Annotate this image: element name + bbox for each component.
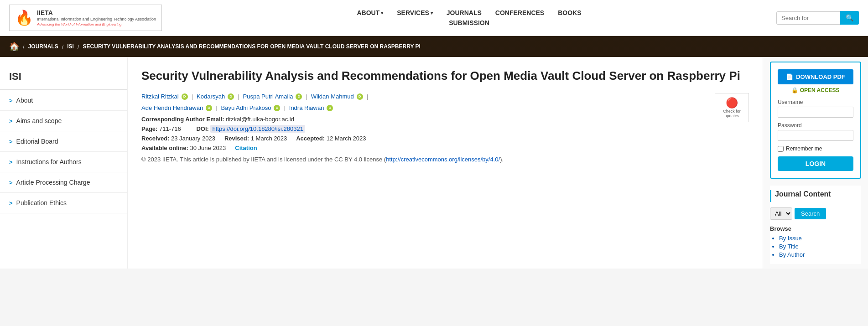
sidebar-item-editorial[interactable]: > Editorial Board [0, 131, 127, 152]
orcid-icon-1[interactable]: D [228, 93, 234, 100]
orcid-icon-5[interactable]: D [274, 105, 280, 111]
journal-search-button[interactable]: Search [795, 208, 826, 219]
citation-link[interactable]: Citation [235, 145, 257, 151]
nav-submission[interactable]: SUBMISSION [449, 19, 489, 26]
journal-search-row: All Search [770, 207, 861, 220]
username-input[interactable] [778, 107, 853, 118]
sidebar-item-apc[interactable]: > Article Processing Charge [0, 172, 127, 193]
corresponding-email-label: Corresponding Author Email: [141, 116, 224, 123]
breadcrumb-journals[interactable]: JOURNALS [28, 43, 58, 50]
breadcrumb-article-title: SECURITY VULNERABILITY ANALYSIS AND RECO… [83, 43, 421, 50]
services-arrow: ▾ [431, 10, 433, 16]
author-wildan[interactable]: Wildan Mahmud [311, 93, 354, 100]
remember-me-checkbox[interactable] [778, 146, 784, 152]
orcid-icon-0[interactable]: D [182, 93, 188, 100]
nav-journals[interactable]: JOURNALS [447, 9, 482, 16]
browse-by-title[interactable]: By Title [779, 243, 861, 250]
download-pdf-button[interactable]: 📄 DOWNLOAD PDF [778, 69, 853, 84]
logo-area: 🔥 IIETA International Information and En… [9, 5, 162, 31]
nav-books[interactable]: BOOKS [558, 9, 581, 16]
author-puspa[interactable]: Puspa Putri Amalia [243, 93, 293, 100]
browse-section: Browse By Issue By Title By Author [770, 225, 861, 258]
nav-top: ABOUT ▾ SERVICES ▾ JOURNALS CONFERENCES … [357, 9, 581, 16]
sidebar-label-ethics: Publication Ethics [16, 199, 67, 207]
journal-content-section: Journal Content All Search Browse By Iss… [770, 186, 861, 264]
author-indra[interactable]: Indra Riawan [289, 104, 324, 111]
username-label: Username [778, 99, 853, 105]
browse-list: By Issue By Title By Author [770, 235, 861, 258]
journal-search-select[interactable]: All [770, 207, 792, 220]
breadcrumb-isi[interactable]: ISI [67, 43, 74, 50]
sidebar-item-instructions[interactable]: > Instructions for Authors [0, 152, 127, 172]
nav-about[interactable]: ABOUT ▾ [357, 9, 383, 16]
doi-link[interactable]: https://doi.org/10.18280/isi.280321 [210, 125, 305, 133]
sidebar-arrow-about: > [9, 97, 13, 104]
sidebar-item-aims[interactable]: > Aims and scope [0, 111, 127, 131]
logo-box[interactable]: 🔥 IIETA International Information and En… [9, 5, 162, 31]
sidebar-label-instructions: Instructions for Authors [16, 158, 82, 166]
nav-services[interactable]: SERVICES ▾ [397, 9, 433, 16]
password-field-row: Password [778, 122, 853, 141]
check-badge-text: Check for updates [719, 109, 745, 118]
password-label: Password [778, 122, 853, 129]
corresponding-email[interactable]: ritzkal@ft.uika-bogor.ac.id [226, 116, 294, 123]
author-kodarsyah[interactable]: Kodarsyah [197, 93, 225, 100]
header: 🔥 IIETA International Information and En… [0, 0, 868, 36]
breadcrumb-sep-2: / [62, 43, 64, 50]
available-date-value: 30 June 2023 [190, 145, 226, 151]
download-pdf-label: DOWNLOAD PDF [796, 73, 845, 80]
author-ritzkal[interactable]: Ritzkal Ritzkal [141, 93, 179, 100]
sidebar-label-aims: Aims and scope [16, 117, 62, 124]
logo-abbr: IIETA [37, 9, 156, 17]
login-button[interactable]: LOGIN [778, 156, 853, 171]
orcid-icon-2[interactable]: D [296, 93, 302, 100]
breadcrumb-home-icon[interactable]: 🏠 [9, 41, 19, 52]
nav-conferences[interactable]: CONFERENCES [495, 9, 544, 16]
sidebar-label-about: About [16, 97, 33, 104]
received-label: Received: [141, 135, 169, 142]
author-bayu[interactable]: Bayu Adhi Prakoso [221, 104, 271, 111]
remember-row: Remember me [778, 145, 853, 152]
browse-title: Browse [770, 225, 861, 232]
available-label: Available online: [141, 145, 188, 151]
page-value: 711-716 [159, 125, 181, 132]
available-row: Available online: 30 June 2023 Citation [141, 145, 749, 151]
sidebar-label-editorial: Editorial Board [16, 138, 58, 145]
login-box: 📄 DOWNLOAD PDF 🔒 OPEN ACCESS Username Pa… [770, 62, 861, 179]
browse-by-issue[interactable]: By Issue [779, 235, 861, 242]
copyright: © 2023 IIETA. This article is published … [141, 156, 749, 163]
logo-icon: 🔥 [15, 9, 33, 26]
password-input[interactable] [778, 130, 853, 141]
nav-bottom: SUBMISSION [449, 19, 489, 26]
check-for-updates-badge[interactable]: 🔴 Check for updates [715, 93, 749, 122]
about-arrow: ▾ [381, 10, 383, 16]
search-icon: 🔍 [846, 14, 853, 21]
accepted-label: Accepted: [296, 135, 325, 142]
breadcrumb-sep-3: / [78, 43, 79, 50]
orcid-icon-3[interactable]: D [357, 93, 363, 100]
check-badge-icon: 🔴 [719, 97, 745, 109]
header-search-button[interactable]: 🔍 [840, 11, 859, 25]
breadcrumb-sep-1: / [23, 43, 25, 50]
journal-content-title: Journal Content [770, 190, 861, 202]
orcid-icon-6[interactable]: D [327, 105, 333, 111]
lock-icon: 🔒 [791, 87, 798, 93]
header-search-input[interactable] [776, 11, 840, 25]
sidebar-title: ISI [0, 66, 127, 90]
authors-row: Ritzkal Ritzkal D | Kodarsyah D | Puspa … [141, 93, 708, 100]
author-ade[interactable]: Ade Hendri Hendrawan [141, 104, 203, 111]
sidebar-label-apc: Article Processing Charge [16, 179, 90, 186]
received-date-value: 23 January 2023 [171, 135, 215, 142]
sidebar-arrow-editorial: > [9, 138, 13, 145]
browse-by-author[interactable]: By Author [779, 251, 861, 258]
open-access-label: OPEN ACCESS [800, 87, 840, 93]
accepted-date-value: 12 March 2023 [327, 135, 366, 142]
sidebar-item-ethics[interactable]: > Publication Ethics [0, 193, 127, 213]
orcid-icon-4[interactable]: D [206, 105, 212, 111]
remember-me-label: Remember me [786, 145, 822, 152]
username-field-row: Username [778, 99, 853, 118]
corresponding-email-row: Corresponding Author Email: ritzkal@ft.u… [141, 116, 749, 123]
sidebar-item-about[interactable]: > About [0, 90, 127, 111]
cc-license-link[interactable]: http://creativecommons.org/licenses/by/4… [386, 156, 500, 163]
right-sidebar: 📄 DOWNLOAD PDF 🔒 OPEN ACCESS Username Pa… [763, 57, 868, 269]
